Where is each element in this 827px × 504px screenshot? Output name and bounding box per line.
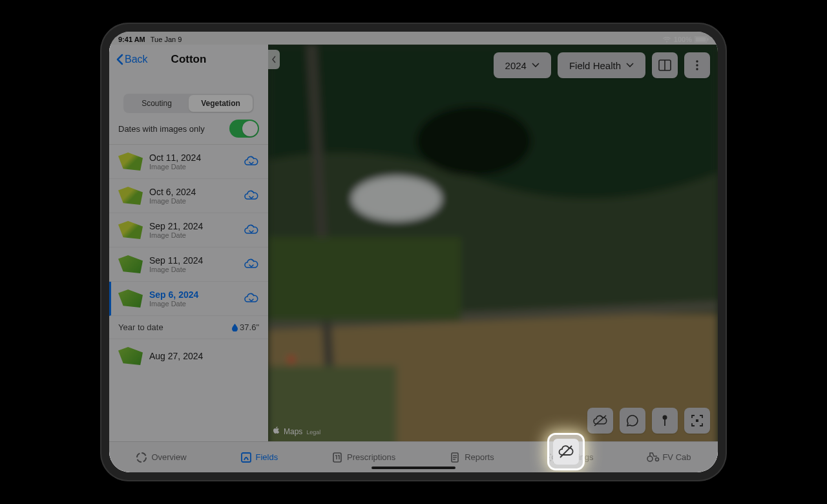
images-only-toggle[interactable] <box>229 120 259 138</box>
fields-icon <box>240 452 252 463</box>
cloud-download-icon[interactable] <box>244 291 259 306</box>
cloud-download-icon[interactable] <box>244 188 259 204</box>
chevron-down-icon <box>626 63 634 68</box>
date-item[interactable]: Sep 21, 2024 Image Date <box>109 213 268 247</box>
map-attribution: Maps Legal <box>273 426 320 436</box>
layer-label: Field Health <box>569 60 621 71</box>
svg-point-9 <box>288 356 295 362</box>
fullscreen-button[interactable] <box>684 408 710 434</box>
satellite-imagery <box>268 45 718 441</box>
year-label: 2024 <box>505 60 527 71</box>
svg-rect-21 <box>333 453 341 462</box>
date-label: Oct 6, 2024 <box>149 187 237 197</box>
tab-reports[interactable]: Reports <box>449 452 494 463</box>
date-list[interactable]: Oct 11, 2024 Image Date Oct 6, 2024 Imag… <box>109 144 268 441</box>
cloud-download-icon[interactable] <box>244 154 259 169</box>
date-label: Sep 6, 2024 <box>149 289 237 300</box>
tab-label: Fields <box>256 452 278 462</box>
field-thumbnail <box>118 255 143 273</box>
sidebar: Back Cotton Scouting Vegetation Dates wi… <box>109 45 268 441</box>
overview-icon <box>136 452 147 463</box>
date-label: Aug 27, 2024 <box>149 351 259 361</box>
reports-icon <box>449 452 461 463</box>
svg-point-14 <box>696 68 698 70</box>
svg-point-12 <box>696 60 698 62</box>
segment-scouting[interactable]: Scouting <box>125 95 189 112</box>
date-sublabel: Image Date <box>149 197 237 205</box>
svg-point-28 <box>656 457 659 461</box>
date-label: Sep 11, 2024 <box>149 255 237 266</box>
field-thumbnail <box>118 187 143 205</box>
back-button[interactable]: Back <box>116 54 148 65</box>
date-item[interactable]: Oct 11, 2024 Image Date <box>109 145 268 179</box>
chevron-down-icon <box>532 63 539 68</box>
battery-icon <box>695 36 709 43</box>
split-view-button[interactable] <box>652 52 678 78</box>
more-button[interactable] <box>684 52 710 78</box>
chevron-left-icon <box>116 54 123 65</box>
ytd-label: Year to date <box>118 322 163 332</box>
ytd-rain: 37.6" <box>240 322 259 332</box>
status-date: Tue Jan 9 <box>151 36 182 43</box>
map-legal-link[interactable]: Legal <box>306 429 320 436</box>
filter-label: Dates with images only <box>118 124 205 134</box>
apple-logo-icon <box>273 426 280 434</box>
cloud-mask-button[interactable] <box>587 408 613 434</box>
tractor-icon <box>647 452 658 463</box>
svg-point-19 <box>137 453 146 462</box>
year-dropdown[interactable]: 2024 <box>494 52 551 78</box>
tab-label: Settings <box>563 452 594 462</box>
tab-prescriptions[interactable]: Prescriptions <box>331 452 395 463</box>
tab-label: Overview <box>151 452 186 462</box>
segmented-control: Scouting Vegetation <box>123 94 254 113</box>
pin-icon <box>660 414 669 427</box>
split-view-icon <box>658 59 671 71</box>
date-sublabel: Image Date <box>149 300 237 308</box>
sidebar-collapse-handle[interactable] <box>268 50 280 69</box>
tab-fields[interactable]: Fields <box>240 452 278 463</box>
date-item[interactable]: Sep 11, 2024 Image Date <box>109 247 268 282</box>
field-thumbnail <box>118 289 143 308</box>
back-label: Back <box>125 54 148 65</box>
tab-label: Reports <box>465 452 494 462</box>
map-provider: Maps <box>284 427 302 436</box>
prescriptions-icon <box>331 452 343 463</box>
gear-icon <box>548 452 560 463</box>
svg-point-6 <box>351 176 441 222</box>
segment-vegetation[interactable]: Vegetation <box>189 95 253 112</box>
pin-button[interactable] <box>652 408 678 434</box>
chat-bubble-icon <box>626 414 639 427</box>
tab-overview[interactable]: Overview <box>136 452 186 463</box>
year-to-date-row: Year to date 37.6" <box>109 316 268 339</box>
status-time: 9:41 AM <box>118 36 145 43</box>
status-bar: 9:41 AM Tue Jan 9 100% <box>109 32 718 45</box>
field-thumbnail <box>118 221 143 239</box>
date-item-selected[interactable]: Sep 6, 2024 Image Date <box>109 282 268 316</box>
svg-point-5 <box>416 105 532 176</box>
home-indicator[interactable] <box>372 467 455 469</box>
battery-percent: 100% <box>674 36 692 43</box>
tab-label: Prescriptions <box>347 452 395 462</box>
date-sublabel: Image Date <box>149 266 237 273</box>
svg-rect-1 <box>696 37 706 42</box>
cloud-download-icon[interactable] <box>244 257 259 272</box>
date-sublabel: Image Date <box>149 231 237 239</box>
date-label: Oct 11, 2024 <box>149 152 237 163</box>
svg-point-13 <box>696 64 698 66</box>
cloud-download-icon[interactable] <box>244 222 259 238</box>
map-view[interactable]: 2024 Field Health <box>268 45 718 441</box>
tab-fvcab[interactable]: FV Cab <box>647 452 691 463</box>
layer-dropdown[interactable]: Field Health <box>558 52 645 78</box>
date-item[interactable]: Aug 27, 2024 <box>109 339 268 373</box>
date-item[interactable]: Oct 6, 2024 Image Date <box>109 179 268 213</box>
tab-settings[interactable]: Settings <box>548 452 594 463</box>
fullscreen-icon <box>691 414 704 427</box>
comment-button[interactable] <box>620 408 645 434</box>
wifi-icon <box>662 36 671 43</box>
field-thumbnail <box>118 347 143 365</box>
svg-rect-2 <box>707 38 709 41</box>
date-label: Sep 21, 2024 <box>149 221 237 231</box>
raindrop-icon <box>232 324 238 331</box>
svg-point-26 <box>552 456 555 459</box>
tab-label: FV Cab <box>662 452 691 462</box>
